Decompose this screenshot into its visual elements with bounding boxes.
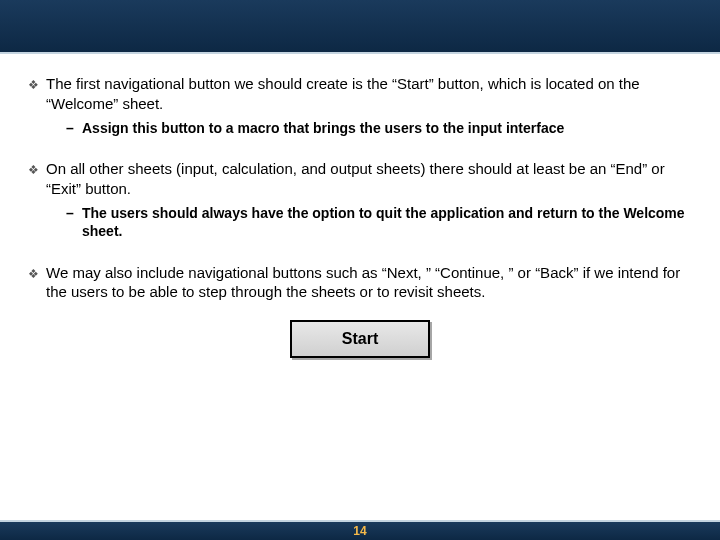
diamond-icon: ❖ <box>28 263 46 284</box>
footer-bar: 14 <box>0 520 720 540</box>
sub-bullet-text: The users should always have the option … <box>82 204 692 240</box>
start-button[interactable]: Start <box>290 320 430 358</box>
bullet-text: The first navigational button we should … <box>46 74 692 113</box>
sub-bullet-item: – The users should always have the optio… <box>66 204 692 240</box>
page-number: 14 <box>353 524 366 538</box>
sub-bullet-text: Assign this button to a macro that bring… <box>82 119 692 137</box>
title-bar <box>0 0 720 54</box>
title-area: Navigational Buttons <box>0 0 720 54</box>
sub-bullet-item: – Assign this button to a macro that bri… <box>66 119 692 137</box>
slide-body: ❖ The first navigational button we shoul… <box>0 54 720 358</box>
diamond-icon: ❖ <box>28 74 46 95</box>
bullet-text: On all other sheets (input, calculation,… <box>46 159 692 198</box>
dash-icon: – <box>66 119 82 137</box>
bullet-text: We may also include navigational buttons… <box>46 263 692 302</box>
dash-icon: – <box>66 204 82 222</box>
bullet-item: ❖ On all other sheets (input, calculatio… <box>28 159 692 198</box>
bullet-item: ❖ The first navigational button we shoul… <box>28 74 692 113</box>
diamond-icon: ❖ <box>28 159 46 180</box>
bullet-item: ❖ We may also include navigational butto… <box>28 263 692 302</box>
